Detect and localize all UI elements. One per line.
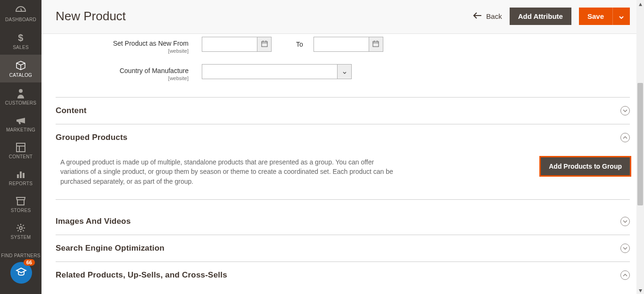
country-select-toggle[interactable] <box>338 64 352 79</box>
new-from-calendar-button[interactable] <box>257 37 272 52</box>
sidebar-item-reports[interactable]: REPORTS <box>0 164 41 191</box>
section-related: Related Products, Up-Sells, and Cross-Se… <box>56 261 630 288</box>
person-icon <box>17 88 25 98</box>
page-header: New Product Back Add Attribute Save <box>41 0 644 34</box>
country-label: Country of Manufacture <box>120 67 189 74</box>
add-products-to-group-button[interactable]: Add Products to Group <box>541 157 630 175</box>
sidebar-item-sales[interactable]: $ SALES <box>0 27 41 55</box>
sidebar-label: SALES <box>13 45 29 50</box>
sidebar-label: DASHBOARD <box>5 17 36 22</box>
caret-down-icon <box>619 12 624 20</box>
dashboard-icon <box>15 6 26 15</box>
add-attribute-button[interactable]: Add Attribute <box>510 8 571 25</box>
sidebar-item-find-partners[interactable]: FIND PARTNERS <box>0 245 41 263</box>
sidebar-label: REPORTS <box>9 181 33 186</box>
sidebar-item-customers[interactable]: CUSTOMERS <box>0 82 41 110</box>
save-button-group: Save <box>579 8 630 25</box>
bars-icon <box>16 170 25 179</box>
new-to-calendar-button[interactable] <box>369 37 383 52</box>
sidebar-item-dashboard[interactable]: DASHBOARD <box>0 0 41 27</box>
new-from-label: Set Product as New From <box>113 40 189 47</box>
chevron-up-icon <box>620 270 630 280</box>
section-header-grouped[interactable]: Grouped Products <box>56 133 630 142</box>
caret-down-icon <box>343 68 347 75</box>
new-to-date <box>314 37 383 52</box>
section-title: Grouped Products <box>56 133 127 142</box>
section-seo: Search Engine Optimization <box>56 235 630 261</box>
new-from-date <box>202 37 272 52</box>
new-from-input[interactable] <box>202 37 257 52</box>
scroll-up-arrow-icon[interactable]: ▴ <box>636 0 644 8</box>
country-input[interactable] <box>202 64 338 79</box>
form-controls: To <box>202 37 383 52</box>
gear-icon <box>16 223 25 233</box>
section-header-content[interactable]: Content <box>56 106 630 115</box>
arrow-left-icon <box>473 12 481 20</box>
svg-rect-6 <box>20 172 22 178</box>
page-title: New Product <box>56 9 126 24</box>
sidebar-item-stores[interactable]: STORES <box>0 191 41 218</box>
svg-text:$: $ <box>18 33 23 43</box>
country-scope: [website] <box>56 75 189 81</box>
sidebar-item-marketing[interactable]: MARKETING <box>0 110 41 137</box>
form-label: Country of Manufacture [website] <box>56 64 202 81</box>
divider <box>56 199 630 200</box>
sidebar-item-catalog[interactable]: CATALOG <box>0 55 41 82</box>
svg-rect-7 <box>23 173 25 178</box>
main-area: New Product Back Add Attribute Save <box>41 0 644 294</box>
trainer-bubble[interactable]: 66 <box>10 262 32 284</box>
content-body: Set Product as New From [website] To <box>41 34 644 294</box>
section-header-related[interactable]: Related Products, Up-Sells, and Cross-Se… <box>56 270 630 280</box>
svg-rect-5 <box>17 174 19 178</box>
chevron-down-icon <box>620 106 630 115</box>
form-row-country: Country of Manufacture [website] <box>56 64 630 81</box>
sidebar-label: STORES <box>11 208 31 213</box>
save-button[interactable]: Save <box>579 8 612 25</box>
section-grouped-products: Grouped Products A grouped product is ma… <box>56 124 630 208</box>
svg-point-1 <box>19 89 23 93</box>
form-label: Set Product as New From [website] <box>56 37 202 54</box>
sidebar-item-content[interactable]: CONTENT <box>0 137 41 164</box>
to-label: To <box>280 41 305 48</box>
scroll-track[interactable] <box>636 8 644 286</box>
admin-sidebar: DASHBOARD $ SALES CATALOG CUSTOMERS MARK… <box>0 0 41 294</box>
section-title: Images And Videos <box>56 217 131 226</box>
svg-rect-2 <box>17 143 25 152</box>
svg-point-8 <box>19 227 22 229</box>
sidebar-label: CONTENT <box>9 154 33 159</box>
section-title: Related Products, Up-Sells, and Cross-Se… <box>56 270 227 280</box>
save-dropdown-toggle[interactable] <box>612 8 630 25</box>
section-title: Content <box>56 106 87 115</box>
section-header-seo[interactable]: Search Engine Optimization <box>56 244 630 253</box>
new-from-scope: [website] <box>56 48 189 54</box>
megaphone-icon <box>16 116 26 125</box>
calendar-icon <box>372 41 379 49</box>
chevron-up-icon <box>620 133 630 142</box>
section-header-images[interactable]: Images And Videos <box>56 217 630 226</box>
back-button[interactable]: Back <box>473 12 502 20</box>
scroll-down-arrow-icon[interactable]: ▾ <box>636 286 644 294</box>
graduation-cap-icon <box>16 267 27 279</box>
section-images-videos: Images And Videos <box>56 208 630 235</box>
header-actions: Back Add Attribute Save <box>473 8 630 25</box>
calendar-icon <box>261 41 268 49</box>
svg-rect-13 <box>373 41 379 47</box>
section-body-grouped: A grouped product is made up of multiple… <box>56 142 630 200</box>
new-to-input[interactable] <box>314 37 369 52</box>
chevron-down-icon <box>620 244 630 253</box>
back-label: Back <box>486 12 502 20</box>
sidebar-label: CATALOG <box>9 73 32 78</box>
storefront-icon <box>16 196 26 206</box>
sidebar-item-system[interactable]: SYSTEM <box>0 218 41 245</box>
page-scrollbar[interactable]: ▴ ▾ <box>636 0 644 294</box>
dollar-icon: $ <box>16 33 25 43</box>
sidebar-label: SYSTEM <box>11 235 31 240</box>
section-content: Content <box>56 97 630 124</box>
country-select[interactable] <box>202 64 352 79</box>
chevron-down-icon <box>620 217 630 226</box>
sidebar-label: CUSTOMERS <box>5 100 36 106</box>
sidebar-label: FIND PARTNERS <box>1 253 41 258</box>
section-title: Search Engine Optimization <box>56 244 165 253</box>
scroll-thumb[interactable] <box>637 83 643 205</box>
svg-rect-9 <box>262 41 267 47</box>
